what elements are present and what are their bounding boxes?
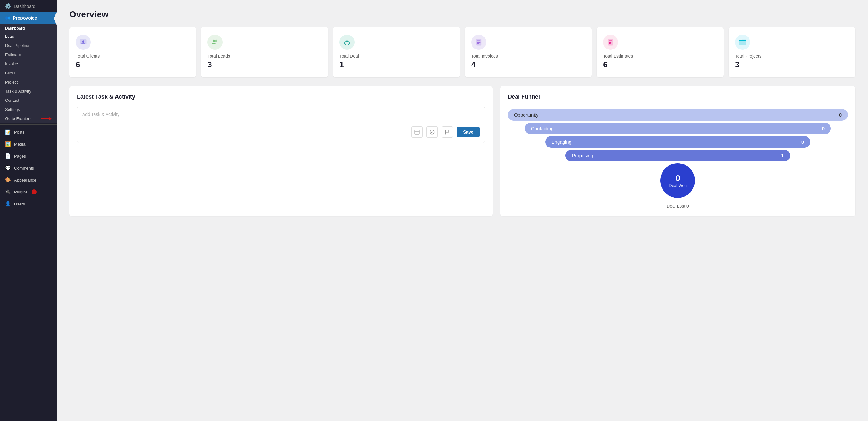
client-label: Client [5,71,16,75]
funnel-bar-opportunity[interactable]: Opportunity 0 [508,109,848,121]
estimate-label: Estimate [5,52,21,57]
deal-lost-label: Deal Lost 0 [666,203,689,208]
lead-label: Lead [5,34,14,39]
funnel-contacting-label: Contacting [531,126,554,131]
plugins-badge: 1 [32,189,37,194]
sidebar-item-contact[interactable]: Contact [0,96,57,105]
estimates-value: 6 [603,60,717,70]
projects-value: 3 [735,60,849,70]
deal-pipeline-label: Deal Pipeline [5,43,29,48]
stat-card-clients: Total Clients 6 [69,27,196,77]
plugins-icon: 🔌 [5,189,11,195]
stat-card-projects: Total Projects 3 [729,27,856,77]
funnel-title: Deal Funnel [508,94,848,100]
bottom-row: Latest Task & Activity Add Task & Activi… [69,86,856,216]
nav-section-header: Dashboard [0,24,57,32]
stat-card-deal: Total Deal 1 [333,27,460,77]
task-activity-label: Task & Activity [5,89,31,94]
estimates-icon-wrap [603,35,618,50]
deal-icon-wrap [339,35,354,50]
deal-label: Total Deal [339,54,454,59]
funnel-engaging-label: Engaging [552,139,571,144]
task-placeholder: Add Task & Activity [82,112,480,117]
sidebar-item-deal-pipeline[interactable]: Deal Pipeline [0,41,57,50]
task-section: Latest Task & Activity Add Task & Activi… [69,86,493,216]
projects-icon [738,38,747,46]
users-icon: 👤 [5,201,11,207]
posts-icon: 📝 [5,129,11,135]
sidebar-item-pages[interactable]: 📄 Pages [0,150,57,162]
deal-icon [343,38,351,46]
go-frontend-arrow-icon [41,117,52,120]
clients-label: Total Clients [75,54,190,59]
svg-rect-6 [415,130,419,134]
funnel-opportunity-count: 0 [839,112,841,118]
sidebar-divider [0,125,57,125]
save-button[interactable]: Save [457,127,480,137]
svg-point-3 [346,40,348,42]
invoices-icon-wrap [471,35,486,50]
calendar-icon-btn[interactable] [411,126,423,138]
sidebar-item-client[interactable]: Client [0,68,57,77]
comments-icon: 💬 [5,165,11,171]
users-label: Users [14,202,25,206]
leads-icon-wrap [207,35,222,50]
projects-icon-wrap [735,35,750,50]
dashboard-plugin-label: Dashboard [14,4,36,9]
sidebar-item-appearance[interactable]: 🎨 Appearance [0,174,57,186]
dashboard-icon: ⚙️ [5,3,11,9]
sidebar-item-invoice[interactable]: Invoice [0,59,57,68]
sidebar-item-estimate[interactable]: Estimate [0,50,57,59]
stats-row: Total Clients 6 Total Leads 3 [69,27,856,77]
sidebar-item-users[interactable]: 👤 Users [0,198,57,210]
sidebar-item-task-activity[interactable]: Task & Activity [0,87,57,96]
provoice-item[interactable]: 👥 Propovoice [0,12,57,24]
funnel-section: Deal Funnel Opportunity 0 Contacting 0 E… [500,86,856,216]
svg-point-1 [213,40,215,42]
funnel-dealwon-label: Deal Won [669,183,687,188]
funnel-proposing-count: 1 [781,153,783,158]
stat-card-leads: Total Leads 3 [201,27,328,77]
pages-label: Pages [14,154,26,159]
task-input-area[interactable]: Add Task & Activity [77,106,485,143]
dashboard-plugin-item[interactable]: ⚙️ Dashboard [0,0,57,12]
sidebar-item-media[interactable]: 🖼️ Media [0,138,57,150]
clients-value: 6 [75,60,190,70]
check-circle-icon [429,129,435,135]
sidebar-item-comments[interactable]: 💬 Comments [0,162,57,174]
flag-icon [444,129,450,135]
provoice-label: Propovoice [13,15,37,21]
leads-value: 3 [207,60,321,70]
page-title: Overview [69,9,856,20]
calendar-icon [414,129,420,135]
leads-icon [211,38,219,46]
check-icon-btn[interactable] [427,126,438,138]
sidebar: ⚙️ Dashboard 👥 Propovoice Dashboard Lead… [0,0,57,421]
sidebar-item-plugins[interactable]: 🔌 Plugins 1 [0,186,57,198]
projects-label: Total Projects [735,54,849,59]
posts-label: Posts [14,130,25,135]
invoices-label: Total Invoices [471,54,585,59]
sidebar-item-project[interactable]: Project [0,77,57,87]
flag-icon-btn[interactable] [441,126,453,138]
funnel-dealwon-count: 0 [675,173,680,183]
comments-label: Comments [14,166,34,170]
task-actions: Save [82,126,480,138]
sidebar-item-settings[interactable]: Settings [0,105,57,114]
svg-point-2 [215,40,217,42]
pages-icon: 📄 [5,153,11,159]
funnel-engaging-count: 0 [802,139,804,144]
invoice-label: Invoice [5,61,18,66]
task-section-title: Latest Task & Activity [77,94,485,100]
sidebar-item-go-frontend[interactable]: Go to Frontend [0,114,57,123]
sidebar-item-lead[interactable]: Lead [0,32,57,41]
funnel-bar-proposing[interactable]: Proposing 1 [565,150,790,161]
funnel-bar-engaging[interactable]: Engaging 0 [545,136,811,148]
main-content: Overview Total Clients 6 [57,0,868,421]
deal-value: 1 [339,60,454,70]
provoice-icon: 👥 [5,15,10,21]
funnel-opportunity-label: Opportunity [514,112,539,118]
sidebar-item-posts[interactable]: 📝 Posts [0,126,57,138]
funnel-bar-dealwon[interactable]: 0 Deal Won [660,163,695,198]
funnel-bar-contacting[interactable]: Contacting 0 [525,123,831,134]
